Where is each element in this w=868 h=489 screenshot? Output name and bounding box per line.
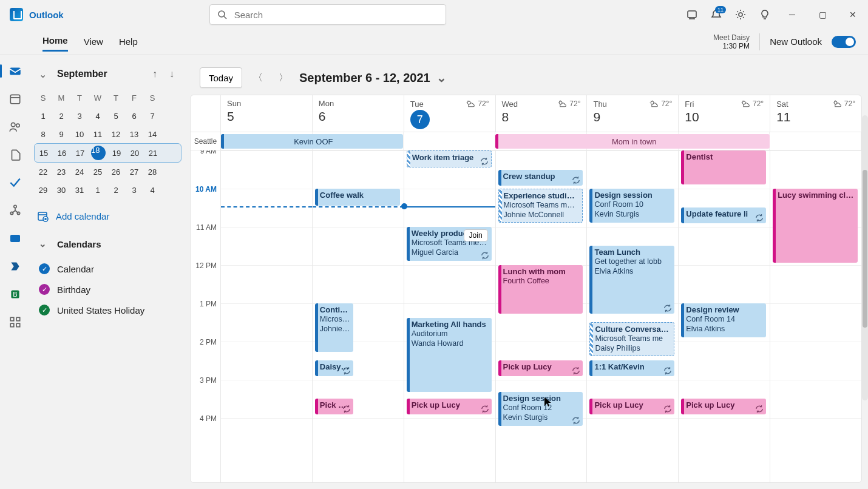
- tab-help[interactable]: Help: [119, 33, 138, 50]
- mini-day[interactable]: 16: [53, 144, 71, 162]
- mini-day[interactable]: 25: [89, 163, 107, 181]
- calendar-event[interactable]: Design reviewConf Room 14Elvia Atkins: [681, 303, 766, 337]
- calendar-item[interactable]: ✓Calendar: [34, 258, 181, 279]
- maximize-button[interactable]: ▢: [813, 10, 832, 19]
- calendar-event[interactable]: Team LunchGet together at lobbElvia Atki…: [589, 246, 674, 314]
- calendar-event[interactable]: 1:1 Kat/Kevin: [589, 360, 674, 376]
- day-header[interactable]: Sat72°11: [770, 95, 861, 132]
- day-header[interactable]: Thu72°9: [587, 95, 679, 132]
- prev-week-icon[interactable]: 〈: [251, 70, 265, 85]
- tab-view[interactable]: View: [84, 33, 103, 50]
- tab-home[interactable]: Home: [42, 32, 68, 52]
- calendars-chevron-icon[interactable]: ⌄: [35, 237, 50, 251]
- calendar-event[interactable]: Weekly product team syncMicrosoft Teams …: [407, 227, 492, 261]
- day-header[interactable]: Sun5: [221, 95, 313, 132]
- mini-day[interactable]: 5: [107, 107, 125, 125]
- mini-day[interactable]: 4: [143, 181, 161, 199]
- mini-calendar[interactable]: SMTWTFS 12345678910111213141516171819202…: [34, 89, 181, 199]
- calendar-event[interactable]: Lunch with momFourth Coffee: [498, 265, 583, 314]
- mini-day[interactable]: 2: [107, 181, 125, 199]
- mini-day[interactable]: 27: [125, 163, 143, 181]
- calendar-item[interactable]: ✓Birthday: [34, 279, 181, 300]
- close-button[interactable]: ✕: [844, 10, 862, 19]
- mini-cal-prev-icon[interactable]: ↑: [147, 67, 162, 81]
- calendar-event[interactable]: Experience studio syncMicrosoft Teams me…: [498, 189, 583, 223]
- mini-day[interactable]: 3: [70, 107, 89, 125]
- search-input[interactable]: [234, 10, 438, 20]
- lightbulb-icon[interactable]: [759, 8, 771, 21]
- calendar-event[interactable]: Lucy swimming class: [773, 189, 858, 263]
- calendar-event[interactable]: Pick up Lucy: [681, 399, 766, 414]
- mini-day[interactable]: 19: [107, 144, 126, 162]
- mini-day[interactable]: 15: [35, 144, 53, 162]
- mini-day[interactable]: 13: [125, 125, 143, 143]
- day-column[interactable]: DentistUpdate feature liDesign reviewCon…: [679, 150, 770, 482]
- next-event[interactable]: Meet Daisy 1:30 PM: [713, 33, 750, 50]
- calendar-event[interactable]: Culture ConversatioMicrosoft Teams meDai…: [589, 322, 674, 356]
- mini-day[interactable]: 1: [34, 107, 52, 125]
- mini-day[interactable]: 30: [52, 181, 70, 199]
- mini-day[interactable]: 14: [143, 125, 161, 143]
- day-column[interactable]: Design sessionConf Room 10Kevin SturgisT…: [587, 150, 679, 482]
- day-header[interactable]: Wed72°8: [496, 95, 588, 132]
- mini-day[interactable]: 31: [70, 181, 89, 199]
- mini-day[interactable]: 26: [107, 163, 125, 181]
- minimize-button[interactable]: ─: [783, 10, 801, 19]
- scrollbar[interactable]: [862, 115, 868, 400]
- mini-day[interactable]: 28: [143, 163, 161, 181]
- calendar-item[interactable]: ✓United States Holiday: [34, 300, 181, 320]
- mini-day[interactable]: 17: [71, 144, 89, 162]
- rail-mail-icon[interactable]: [8, 64, 22, 78]
- mini-cal-next-icon[interactable]: ↓: [164, 67, 179, 81]
- mini-day[interactable]: 23: [52, 163, 70, 181]
- calendar-event[interactable]: Marketing All handsAuditoriumWanda Howar…: [407, 318, 492, 392]
- rail-files-icon[interactable]: [8, 148, 22, 161]
- mini-day[interactable]: 18: [89, 144, 107, 162]
- date-range[interactable]: September 6 - 12, 2021 ⌄: [299, 70, 447, 85]
- calendar-event[interactable]: ContinuingMicrosoft TeJohnie McC: [315, 303, 353, 352]
- mini-day[interactable]: 10: [70, 125, 89, 143]
- today-button[interactable]: Today: [200, 67, 242, 88]
- allday-event-mom-in-town[interactable]: Mom in town: [495, 134, 770, 149]
- day-header[interactable]: Mon6: [313, 95, 404, 132]
- mini-day[interactable]: 22: [34, 163, 52, 181]
- rail-calendar-icon[interactable]: [8, 92, 22, 106]
- mini-day[interactable]: 29: [34, 181, 52, 199]
- calendar-event[interactable]: Design sessionConf Room 12Kevin Sturgis: [498, 392, 583, 426]
- day-column[interactable]: Work item triageWeekly product team sync…: [404, 150, 496, 482]
- day-column[interactable]: [221, 150, 313, 482]
- calendar-event[interactable]: Pick up Lucy: [498, 360, 583, 376]
- rail-org-icon[interactable]: [8, 204, 22, 217]
- day-column[interactable]: Coffee walkContinuingMicrosoft TeJohnie …: [313, 150, 404, 482]
- scrollbar-thumb[interactable]: [863, 170, 867, 328]
- calendar-event[interactable]: Pick up Lucy: [407, 399, 492, 414]
- day-columns[interactable]: Coffee walkContinuingMicrosoft TeJohnie …: [221, 150, 861, 482]
- new-outlook-toggle[interactable]: [832, 36, 856, 48]
- day-column[interactable]: Crew standupExperience studio syncMicros…: [496, 150, 588, 482]
- join-button[interactable]: Join: [464, 229, 488, 241]
- calendar-event[interactable]: Crew standup: [498, 170, 583, 186]
- next-week-icon[interactable]: 〉: [276, 70, 291, 85]
- calendar-event[interactable]: Work item triage: [407, 150, 492, 167]
- calendar-event[interactable]: Design sessionConf Room 10Kevin Sturgis: [589, 189, 674, 223]
- calendar-event[interactable]: Dentist: [681, 150, 766, 184]
- mini-day[interactable]: 21: [144, 144, 162, 162]
- notifications-icon[interactable]: 11: [710, 8, 722, 21]
- allday-event-kevin-oof[interactable]: Kevin OOF: [221, 134, 403, 149]
- mini-day[interactable]: 2: [52, 107, 70, 125]
- mini-day[interactable]: 20: [126, 144, 144, 162]
- calendar-event[interactable]: Coffee walk: [315, 189, 400, 206]
- mini-day[interactable]: 24: [70, 163, 89, 181]
- mini-day[interactable]: 6: [125, 107, 143, 125]
- calendar-event[interactable]: Pick up Lucy: [589, 399, 674, 414]
- rail-bookings-icon[interactable]: B: [8, 288, 22, 301]
- rail-people-icon[interactable]: [8, 120, 22, 133]
- calendar-event[interactable]: Daisy/Kat s: [315, 360, 353, 376]
- calendar-event[interactable]: Update feature li: [681, 207, 766, 223]
- rail-yammer-icon[interactable]: [8, 260, 22, 273]
- rail-active-icon[interactable]: [8, 232, 22, 245]
- mini-day[interactable]: 7: [143, 107, 161, 125]
- rail-apps-icon[interactable]: [8, 315, 22, 329]
- settings-gear-icon[interactable]: [734, 8, 747, 21]
- mini-day[interactable]: 12: [107, 125, 125, 143]
